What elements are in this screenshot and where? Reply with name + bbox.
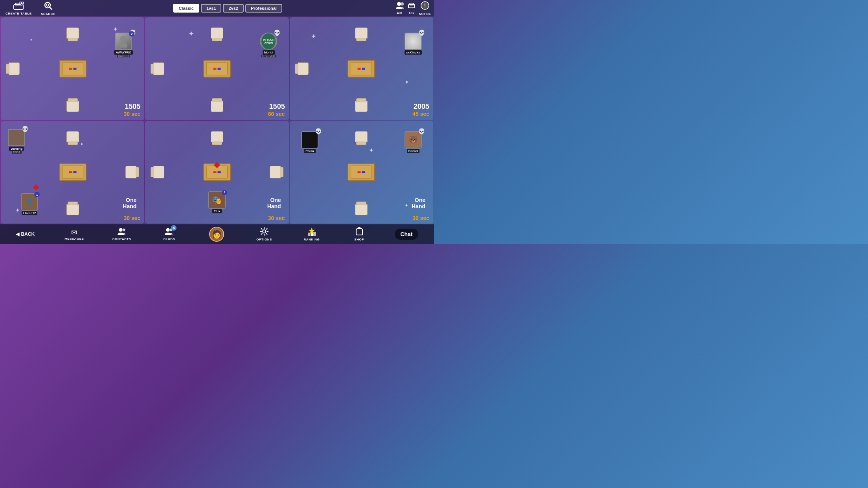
notice-button[interactable]: ! NOTICE xyxy=(419,1,431,16)
nav-shop[interactable]: SHOP xyxy=(348,227,371,241)
chip xyxy=(362,171,365,173)
create-table-button[interactable]: CREATE TABLE xyxy=(3,1,34,16)
tables-count: 137 xyxy=(408,11,414,15)
notice-label: NOTICE xyxy=(419,12,431,16)
table-card-1[interactable]: ✦ ✦ 💀 2 AWA xyxy=(1,17,144,120)
player-name: Paula xyxy=(304,149,315,153)
score-number: 2005 xyxy=(412,103,429,111)
chair-left xyxy=(9,62,20,75)
player-awayfro: 💀 2 AWAYFRO DABEST xyxy=(114,33,133,57)
svg-point-14 xyxy=(120,36,127,42)
chair-left xyxy=(298,62,309,75)
player-name: Darleng xyxy=(9,147,24,151)
chair-bottom xyxy=(355,101,368,112)
clubs-icon: N xyxy=(165,227,173,237)
diamond-icon xyxy=(213,161,221,170)
nav-messages[interactable]: ✉ MESSAGES xyxy=(63,228,86,240)
mode-1vs1-button[interactable]: 1vs1 xyxy=(201,4,221,13)
friends-icon xyxy=(395,2,404,11)
nav-player-avatar[interactable]: 🧑 xyxy=(205,227,228,242)
chair-bottom xyxy=(66,101,79,112)
score-time: 30 sec xyxy=(124,215,141,221)
ranking-label: RANKING xyxy=(303,238,320,241)
one-hand-label: One Hand xyxy=(412,197,425,209)
score-number: 1505 xyxy=(124,103,141,111)
level-badge: 2 xyxy=(222,190,227,195)
tables-grid: ✦ ✦ 💀 2 AWA xyxy=(0,17,434,224)
svg-rect-0 xyxy=(14,5,23,9)
skull-icon: 💀 xyxy=(22,126,28,132)
player-tag: OT4EVER xyxy=(261,55,276,57)
skull-icon: 💀 xyxy=(274,29,280,36)
chip xyxy=(69,68,72,70)
svg-text:!: ! xyxy=(424,2,426,9)
chip xyxy=(213,68,216,70)
table-lines xyxy=(351,171,372,174)
table-lines xyxy=(351,67,372,70)
tables-stat[interactable]: 137 xyxy=(407,2,416,15)
game-table xyxy=(203,60,231,77)
table-card-2[interactable]: ✦ 💀 IN YOURAREA! Montii OT4EVER xyxy=(145,17,289,120)
svg-point-21 xyxy=(263,230,266,233)
score-number: 1505 xyxy=(268,103,285,111)
chip xyxy=(213,171,216,173)
table-card-6[interactable]: ✦ ✦ 💀 Paula 💀 xyxy=(290,121,433,224)
create-table-icon xyxy=(13,2,24,12)
chair-left xyxy=(153,62,164,75)
score-info-2: 1505 60 sec xyxy=(268,103,285,117)
create-table-label: CREATE TABLE xyxy=(6,12,32,15)
table-lines xyxy=(206,67,228,70)
chair-top xyxy=(211,131,223,142)
player-tag: DABEST xyxy=(117,55,130,57)
svg-point-19 xyxy=(166,228,170,232)
table-card-4[interactable]: ✦ ✦ 💀 Darleng FSDA xyxy=(1,121,144,224)
score-info-5: One Hand 30 sec xyxy=(268,215,285,221)
nav-clubs[interactable]: N CLUBS xyxy=(157,227,181,241)
nav-ranking[interactable]: RANKING xyxy=(300,227,324,241)
svg-line-6 xyxy=(50,7,52,9)
back-label: BACK xyxy=(21,231,35,237)
nav-options[interactable]: OPTIONS xyxy=(252,227,276,241)
chair-bottom xyxy=(355,204,368,215)
mode-classic-button[interactable]: Classic xyxy=(173,4,199,13)
svg-point-7 xyxy=(46,4,49,6)
bottom-nav: ◀ BACK ✉ MESSAGES CONTACTS N CLUBS xyxy=(0,224,434,244)
score-time: 60 sec xyxy=(268,111,285,117)
table-furniture-2: 💀 IN YOURAREA! Montii OT4EVER xyxy=(145,17,289,120)
shop-icon xyxy=(355,227,364,238)
svg-point-9 xyxy=(401,2,404,6)
mode-professional-button[interactable]: Professional xyxy=(245,4,282,13)
search-button[interactable]: SEARCH xyxy=(37,0,60,17)
score-info-6: One Hand 30 sec xyxy=(412,215,429,221)
chip xyxy=(217,171,221,173)
mode-2vs2-button[interactable]: 2vs2 xyxy=(223,4,243,13)
chat-button[interactable]: Chat xyxy=(395,229,418,240)
score-time: 45 sec xyxy=(412,111,429,117)
player-name: Liamn12 xyxy=(22,211,37,215)
player-main-avatar: 🧑 xyxy=(209,227,224,242)
player-daniel: 💀 🐻 Daniel xyxy=(405,131,422,153)
game-table xyxy=(59,60,86,77)
shop-label: SHOP xyxy=(354,238,364,241)
diamond-icon xyxy=(32,183,40,193)
game-table xyxy=(348,60,375,77)
table-card-5[interactable]: 2 🎭 ELix One Hand 30 sec xyxy=(145,121,289,224)
options-icon xyxy=(260,227,268,238)
friends-stat[interactable]: 401 xyxy=(395,2,404,15)
ranking-icon xyxy=(307,227,316,238)
chair-bottom xyxy=(211,101,223,112)
top-bar: CREATE TABLE SEARCH Classic 1vs1 2vs2 Pr… xyxy=(0,0,434,17)
player-name: AWAYFRO xyxy=(114,50,133,55)
chair-bottom xyxy=(66,204,79,215)
game-table xyxy=(59,163,86,181)
score-time: 30 sec xyxy=(412,215,429,221)
one-hand-label: One Hand xyxy=(267,197,281,209)
score-time: 30 sec xyxy=(268,215,285,221)
one-hand-label: One Hand xyxy=(123,197,136,209)
table-card-3[interactable]: ✦ ✦ 💀 xxKingxx 2005 45 sec xyxy=(290,17,433,120)
nav-contacts[interactable]: CONTACTS xyxy=(110,227,134,241)
player-name: ELix xyxy=(212,209,222,213)
svg-point-17 xyxy=(119,228,122,232)
back-button[interactable]: ◀ BACK xyxy=(16,231,35,237)
player-name: xxKingxx xyxy=(405,50,422,55)
